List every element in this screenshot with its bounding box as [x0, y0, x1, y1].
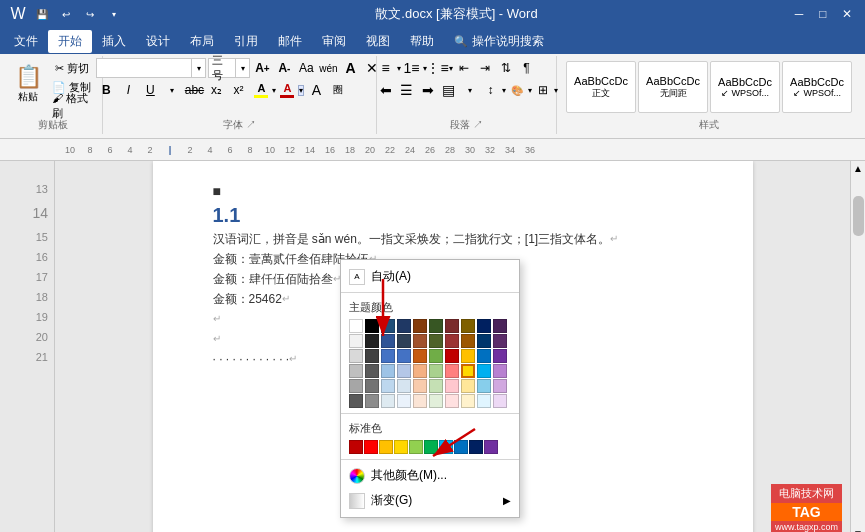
subscript-btn[interactable]: x₂	[206, 80, 226, 100]
tc-3-4[interactable]	[413, 364, 427, 378]
more-colors-btn[interactable]: 其他颜色(M)...	[341, 463, 519, 488]
underline-btn[interactable]: U	[140, 80, 160, 100]
close-btn[interactable]: ✕	[837, 4, 857, 24]
menu-design[interactable]: 设计	[136, 30, 180, 53]
shading-btn[interactable]: 🎨	[507, 80, 527, 100]
strikethrough-btn[interactable]: abc	[184, 80, 204, 100]
sort-btn[interactable]: ⇅	[496, 58, 516, 78]
tc-8-4[interactable]	[493, 364, 507, 378]
redo-quick-btn[interactable]: ↪	[80, 5, 100, 23]
align-right-btn[interactable]: ➡	[418, 80, 438, 100]
tc-6-1[interactable]	[461, 319, 475, 333]
bullets-btn[interactable]: ≡	[376, 58, 396, 78]
theme-color-w4[interactable]	[349, 364, 363, 378]
tc-8-1[interactable]	[493, 319, 507, 333]
align-left-btn[interactable]: ⬅	[376, 80, 396, 100]
tc-4-4[interactable]	[429, 364, 443, 378]
style-no-spacing-btn[interactable]: AaBbCcDc 无间距	[638, 61, 708, 113]
tc-1-4[interactable]	[381, 364, 395, 378]
tc-6-2[interactable]	[461, 334, 475, 348]
tc-7-2[interactable]	[477, 334, 491, 348]
tc-7-5[interactable]	[477, 379, 491, 393]
tc-5-5[interactable]	[445, 379, 459, 393]
decrease-font-btn[interactable]: A-	[274, 58, 294, 78]
undo-quick-btn[interactable]: ↩	[56, 5, 76, 23]
scroll-down-btn[interactable]: ▼	[851, 526, 865, 532]
std-color-3[interactable]	[379, 440, 393, 454]
tc-3-2[interactable]	[413, 334, 427, 348]
theme-color-w5[interactable]	[349, 379, 363, 393]
tc-4-1[interactable]	[429, 319, 443, 333]
underline-arrow[interactable]: ▾	[162, 80, 182, 100]
numbering-btn[interactable]: 1≡	[402, 58, 422, 78]
std-color-9[interactable]	[469, 440, 483, 454]
tc-3-6[interactable]	[413, 394, 427, 408]
font-name-select[interactable]: ▾	[96, 58, 206, 78]
tc-6-4-selected[interactable]	[461, 364, 475, 378]
tc-1-2[interactable]	[381, 334, 395, 348]
superscript-btn[interactable]: x²	[228, 80, 248, 100]
style-normal-btn[interactable]: AaBbCcDc 正文	[566, 61, 636, 113]
theme-color-b4[interactable]	[365, 364, 379, 378]
char-shading-btn[interactable]: wén	[318, 58, 338, 78]
std-color-1[interactable]	[349, 440, 363, 454]
theme-color-b3[interactable]	[365, 349, 379, 363]
std-color-5[interactable]	[409, 440, 423, 454]
char-shading2-btn[interactable]: 圈	[328, 80, 348, 100]
tc-4-6[interactable]	[429, 394, 443, 408]
tc-3-5[interactable]	[413, 379, 427, 393]
vertical-scrollbar[interactable]: ▲ ▼	[850, 161, 865, 532]
tc-7-4[interactable]	[477, 364, 491, 378]
tc-2-2[interactable]	[397, 334, 411, 348]
bold-btn[interactable]: B	[96, 80, 116, 100]
increase-font-btn[interactable]: A+	[252, 58, 272, 78]
tc-7-6[interactable]	[477, 394, 491, 408]
phonetic-btn[interactable]: A	[340, 58, 360, 78]
tc-1-6[interactable]	[381, 394, 395, 408]
tc-6-3[interactable]	[461, 349, 475, 363]
tc-8-5[interactable]	[493, 379, 507, 393]
search-tell-me[interactable]: 🔍 操作说明搜索	[444, 30, 554, 53]
tc-7-1[interactable]	[477, 319, 491, 333]
minimize-btn[interactable]: ─	[789, 4, 809, 24]
theme-color-b5[interactable]	[365, 379, 379, 393]
tc-4-2[interactable]	[429, 334, 443, 348]
tc-8-6[interactable]	[493, 394, 507, 408]
doc-content[interactable]: ■ 1.1 汉语词汇，拼音是 sǎn wén。一指文采焕发；二指犹行文；[1]三…	[55, 161, 850, 532]
menu-view[interactable]: 视图	[356, 30, 400, 53]
style-wps2-btn[interactable]: AaBbCcDc ↙ WPSOf...	[782, 61, 852, 113]
std-color-6[interactable]	[424, 440, 438, 454]
align-center-btn[interactable]: ☰	[397, 80, 417, 100]
tc-6-6[interactable]	[461, 394, 475, 408]
tc-3-3[interactable]	[413, 349, 427, 363]
auto-color-btn[interactable]: A 自动(A)	[341, 264, 519, 289]
menu-help[interactable]: 帮助	[400, 30, 444, 53]
tc-5-4[interactable]	[445, 364, 459, 378]
tc-7-3[interactable]	[477, 349, 491, 363]
menu-insert[interactable]: 插入	[92, 30, 136, 53]
maximize-btn[interactable]: □	[813, 4, 833, 24]
tc-8-3[interactable]	[493, 349, 507, 363]
font-highlight-btn[interactable]: A	[250, 80, 272, 100]
format-painter-btn[interactable]: 🖌 格式刷	[48, 97, 96, 115]
font-dialog-btn[interactable]: ↗	[246, 119, 256, 130]
line-spacing-btn[interactable]: ↕	[481, 80, 501, 100]
justify-btn[interactable]: ▤	[439, 80, 459, 100]
scroll-up-btn[interactable]: ▲	[851, 161, 865, 176]
menu-file[interactable]: 文件	[4, 30, 48, 53]
char-border-btn[interactable]: A	[306, 80, 326, 100]
tc-2-4[interactable]	[397, 364, 411, 378]
tc-3-1[interactable]	[413, 319, 427, 333]
save-quick-btn[interactable]: 💾	[32, 5, 52, 23]
increase-indent-btn[interactable]: ⇥	[475, 58, 495, 78]
multilevel-btn[interactable]: ⋮≡	[428, 58, 448, 78]
theme-color-b6[interactable]	[365, 394, 379, 408]
font-name-arrow[interactable]: ▾	[191, 59, 205, 77]
line-spacing-arrow[interactable]: ▾	[502, 86, 506, 95]
std-color-7[interactable]	[439, 440, 453, 454]
tc-6-5[interactable]	[461, 379, 475, 393]
tc-5-2[interactable]	[445, 334, 459, 348]
std-color-4[interactable]	[394, 440, 408, 454]
style-wps1-btn[interactable]: AaBbCcDc ↙ WPSOf...	[710, 61, 780, 113]
change-case-btn[interactable]: Aa	[296, 58, 316, 78]
